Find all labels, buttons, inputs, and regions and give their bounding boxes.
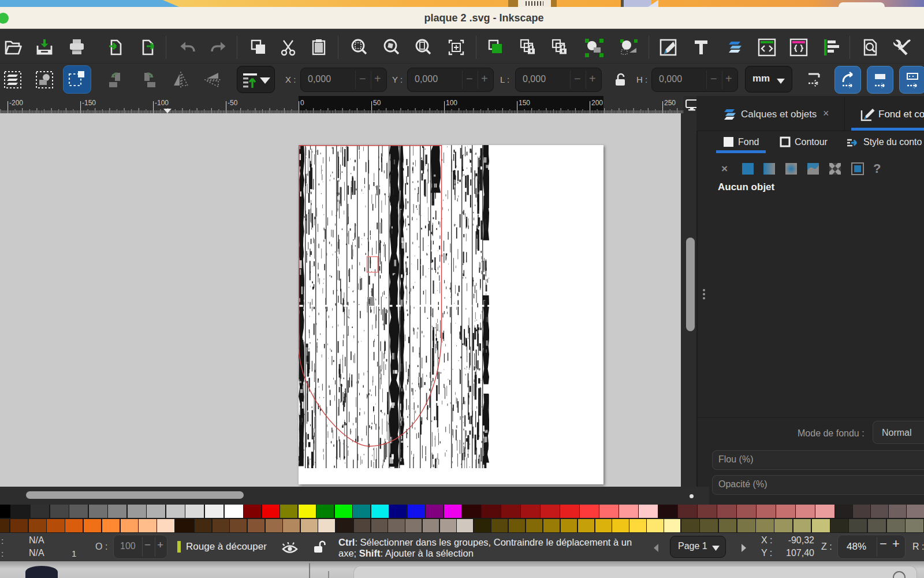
svg-text:-50: -50	[228, 99, 238, 107]
svg-text:-150: -150	[82, 99, 96, 107]
svg-text:-100: -100	[155, 99, 169, 107]
svg-text:150: 150	[519, 99, 530, 107]
svg-text:100: 100	[446, 99, 457, 107]
svg-text:200: 200	[591, 99, 603, 107]
svg-text:250: 250	[664, 99, 676, 107]
svg-text:-200: -200	[9, 99, 23, 107]
svg-text:50: 50	[373, 99, 381, 107]
svg-text:0: 0	[300, 99, 304, 107]
